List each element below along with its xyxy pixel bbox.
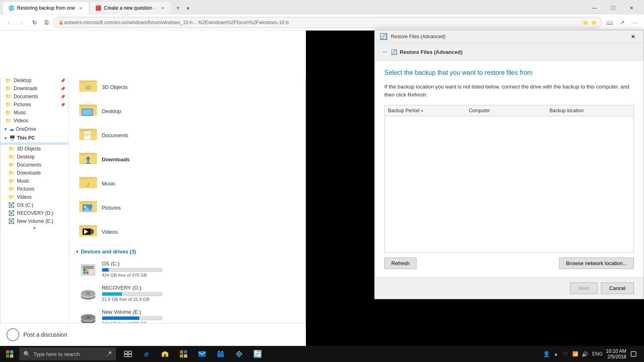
start-button[interactable] bbox=[0, 346, 19, 362]
close-browser-button[interactable]: ✕ bbox=[622, 2, 641, 14]
browser-refresh-button[interactable]: ↻ bbox=[29, 17, 40, 28]
minimize-button[interactable]: — bbox=[585, 2, 604, 14]
network-icon[interactable]: 📶 bbox=[571, 350, 579, 358]
svg-rect-43 bbox=[86, 269, 89, 271]
next-button[interactable]: Next bbox=[570, 282, 598, 294]
folder-documents[interactable]: Documents bbox=[75, 123, 188, 147]
downloads-icon: 📁 bbox=[5, 86, 11, 91]
backup-table: Backup Period ▾ Computer Backup location bbox=[384, 105, 634, 253]
dialog-close-button[interactable]: ✕ bbox=[627, 31, 639, 42]
dialog-description: If the backup location you want is not l… bbox=[384, 83, 634, 99]
tab-close-2[interactable]: ✕ bbox=[159, 5, 166, 11]
sidebar-recoveryd[interactable]: 💽 RECOVERY (D:) bbox=[0, 209, 68, 217]
svg-rect-58 bbox=[124, 351, 128, 354]
folder-music[interactable]: ♪ Music bbox=[75, 171, 188, 195]
folder-downloads-name: Downloads bbox=[102, 156, 130, 162]
folder-desktop[interactable]: Desktop bbox=[75, 99, 188, 123]
taskbar-explorer[interactable] bbox=[156, 346, 174, 362]
sidebar-onedrive-header[interactable]: ▼ ☁ OneDrive bbox=[0, 125, 68, 134]
microphone-icon[interactable]: 🎤 bbox=[106, 351, 112, 357]
taskbar-settings[interactable] bbox=[230, 346, 248, 362]
drive-c-icon bbox=[78, 259, 98, 279]
sidebar-thispc-header[interactable]: ▼ 🖥️ This PC bbox=[0, 134, 68, 142]
settings-button[interactable]: ··· bbox=[630, 17, 641, 28]
taskbar-mail[interactable] bbox=[193, 346, 211, 362]
address-bar[interactable]: 🔒 answers.microsoft.com/en-us/windows/fo… bbox=[53, 17, 602, 28]
cancel-button[interactable]: Cancel bbox=[601, 282, 634, 294]
drive-d-free: 21.5 GB free of 31.9 GB bbox=[102, 297, 185, 302]
notification-button[interactable] bbox=[628, 346, 639, 362]
sidebar-pictures2[interactable]: 📁 Pictures bbox=[0, 185, 68, 193]
folder-3dobjects[interactable]: 3D 3D Objects bbox=[75, 75, 188, 99]
dialog-main-content: Select the backup that you want to resto… bbox=[375, 61, 644, 277]
tab-dropdown-button[interactable]: ▾ bbox=[185, 4, 191, 13]
drive-c[interactable]: OS (C:) 424 GB free of 475 GB bbox=[75, 257, 188, 281]
search-box[interactable]: 🔍 Type here to search 🎤 bbox=[19, 348, 116, 360]
new-tab-button[interactable]: + bbox=[172, 2, 184, 14]
taskbar: 🔍 Type here to search 🎤 e bbox=[0, 346, 644, 362]
svg-rect-39 bbox=[83, 266, 94, 269]
language-label[interactable]: ENG bbox=[590, 351, 604, 357]
sidebar-item-downloads[interactable]: 📁 Downloads 📌 bbox=[0, 84, 68, 93]
folder-pictures[interactable]: Pictures bbox=[75, 195, 188, 220]
browse-network-button[interactable]: Browse network location... bbox=[559, 257, 634, 269]
sidebar-desktop2[interactable]: 📁 Desktop bbox=[0, 153, 68, 161]
people-icon[interactable]: 👤 bbox=[542, 350, 550, 358]
dialog-nav-icon: 🔄 bbox=[391, 49, 397, 55]
folder-downloads[interactable]: Downloads bbox=[75, 147, 188, 171]
svg-rect-77 bbox=[631, 352, 636, 356]
browser-forward-button[interactable]: › bbox=[16, 17, 27, 28]
folder-videos[interactable]: Videos bbox=[75, 220, 188, 244]
clock[interactable]: 10:10 AM 2/5/2018 bbox=[606, 348, 626, 360]
drive-d-icon: 💽 bbox=[8, 210, 14, 216]
backup-col-computer[interactable]: Computer bbox=[469, 108, 550, 113]
sidebar-item-videos[interactable]: 📁 Videos bbox=[0, 117, 68, 125]
volume-icon[interactable]: 🔊 bbox=[581, 350, 589, 358]
taskbar-calendar[interactable] bbox=[212, 346, 229, 362]
folder-desktop-name: Desktop bbox=[102, 108, 121, 114]
tray-expand-icon[interactable]: ▲ bbox=[552, 350, 560, 358]
browser-back-button[interactable]: ‹ bbox=[3, 17, 14, 28]
tab-2[interactable]: 🟥 Create a new question · ✕ bbox=[90, 2, 171, 14]
post-discussion-row: Post a discussion bbox=[0, 323, 306, 346]
devices-section-header[interactable]: ▼ Devices and drives (3) bbox=[75, 249, 299, 255]
sidebar-newe[interactable]: 💽 New Volume (E:) bbox=[0, 217, 68, 225]
drive-c-free: 424 GB free of 475 GB bbox=[102, 273, 185, 278]
backup-col-period[interactable]: Backup Period ▾ bbox=[388, 108, 469, 113]
documents-icon: 📁 bbox=[5, 94, 11, 99]
desktop-icon: 📁 bbox=[5, 78, 11, 83]
taskview-button[interactable] bbox=[119, 346, 137, 362]
tab-close-1[interactable]: ✕ bbox=[77, 5, 84, 11]
sidebar-music2[interactable]: 📁 Music bbox=[0, 177, 68, 185]
svg-rect-69 bbox=[219, 351, 219, 352]
post-discussion-label[interactable]: Post a discussion bbox=[23, 331, 67, 338]
sidebar-osc[interactable]: 💽 OS (C:) bbox=[0, 201, 68, 209]
taskbar-restore[interactable]: 🔄 bbox=[249, 346, 266, 362]
drive-c-name: OS (C:) bbox=[102, 261, 185, 267]
read-aloud-button[interactable]: 📖 bbox=[604, 17, 615, 28]
dialog-actions: Next Cancel bbox=[375, 277, 644, 299]
svg-text:3D: 3D bbox=[85, 85, 91, 90]
browser-home-button[interactable]: 🏠 bbox=[42, 18, 52, 27]
taskbar-edge[interactable]: e bbox=[138, 346, 155, 362]
drive-d[interactable]: RECOVERY (D:) 21.5 GB free of 31.9 GB bbox=[75, 281, 188, 305]
folder-music-name: Music bbox=[102, 181, 116, 187]
sidebar-3dobjects[interactable]: 📁 3D Objects bbox=[0, 145, 68, 153]
share-button[interactable]: ↗ bbox=[617, 17, 628, 28]
sidebar-downloads2[interactable]: 📁 Downloads bbox=[0, 169, 68, 177]
tab-1[interactable]: 🌐 Restoring backup from one ✕ bbox=[3, 2, 89, 14]
svg-point-72 bbox=[238, 353, 240, 355]
taskbar-store[interactable] bbox=[175, 346, 192, 362]
sidebar-item-music[interactable]: 📁 Music bbox=[0, 109, 68, 117]
drive-d-icon bbox=[78, 284, 98, 303]
refresh-button[interactable]: Refresh bbox=[384, 257, 417, 269]
sidebar-item-documents[interactable]: 📁 Documents 📌 bbox=[0, 93, 68, 101]
sidebar-documents2[interactable]: 📁 Documents bbox=[0, 161, 68, 169]
sidebar-scroll-down[interactable]: ▼ bbox=[33, 226, 37, 230]
backup-col-location[interactable]: Backup location bbox=[549, 108, 630, 113]
sidebar-videos2[interactable]: 📁 Videos bbox=[0, 193, 68, 201]
antivirus-icon[interactable]: 🛡 bbox=[561, 350, 570, 358]
maximize-button[interactable]: ☐ bbox=[604, 2, 622, 14]
sidebar-item-pictures[interactable]: 📁 Pictures 📌 bbox=[0, 101, 68, 109]
dialog-back-button[interactable]: ← bbox=[380, 46, 391, 58]
